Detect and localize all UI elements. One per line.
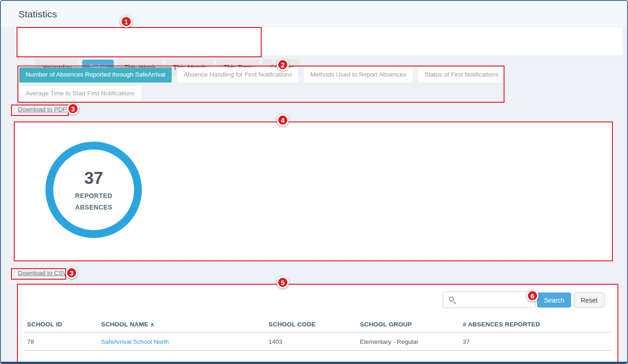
- tab-average-time[interactable]: Average Time to Start First Notification…: [19, 86, 141, 101]
- table-row-divider: [24, 350, 611, 351]
- download-to-pdf-link[interactable]: Download to PDF: [18, 106, 67, 113]
- donut-label-line2: ABSENCES: [75, 204, 112, 211]
- sort-ascending-icon: ∧: [150, 321, 154, 328]
- cell-school-id: 78: [27, 338, 34, 345]
- cell-absences-reported: 37: [463, 338, 470, 345]
- report-tabs-row-2: Average Time to Start First Notification…: [19, 86, 141, 101]
- reset-button[interactable]: Reset: [574, 292, 605, 308]
- column-header-school-id[interactable]: SCHOOL ID: [27, 321, 62, 328]
- period-filter-toolbar: Yesterday Today This Week This Month Thi…: [15, 27, 623, 56]
- cell-school-name-link[interactable]: SafeArrival School North: [101, 338, 169, 345]
- tab-number-of-absences[interactable]: Number of Absences Reported through Safe…: [19, 67, 172, 83]
- column-header-school-group[interactable]: SCHOOL GROUP: [360, 321, 412, 328]
- cell-school-group: Elementary - Regular: [360, 338, 419, 345]
- download-to-csv-link[interactable]: Download to CSV: [18, 270, 67, 276]
- reported-absences-donut-chart: 37 REPORTED ABSENCES: [45, 142, 142, 238]
- report-tabs-row-1: Number of Absences Reported through Safe…: [19, 67, 505, 83]
- annotation-number-3-pdf: 3: [67, 103, 79, 115]
- column-header-absences[interactable]: # ABSENCES REPORTED: [463, 321, 540, 328]
- page-title: Statistics: [18, 9, 57, 20]
- donut-label-line1: REPORTED: [75, 192, 112, 199]
- column-header-school-name[interactable]: SCHOOL NAME∧: [101, 321, 154, 328]
- cell-school-code: 1403: [269, 338, 282, 345]
- title-strip: [1, 1, 627, 27]
- donut-value: 37: [84, 169, 103, 188]
- statistics-page: Statistics Yesterday Today This Week Thi…: [0, 0, 628, 364]
- column-header-school-name-label: SCHOOL NAME: [101, 321, 148, 328]
- annotation-number-3-csv: 3: [66, 267, 78, 279]
- tab-methods-used[interactable]: Methods Used to Report Absences: [304, 67, 413, 83]
- search-input[interactable]: [443, 292, 536, 308]
- table-header-divider: [24, 332, 611, 332]
- search-icon: [449, 297, 456, 304]
- search-button[interactable]: Search: [537, 292, 571, 308]
- column-header-school-code[interactable]: SCHOOL CODE: [269, 321, 315, 328]
- tab-absence-handling[interactable]: Absence Handling for First Notifications: [177, 67, 298, 83]
- tab-status-first-notifications[interactable]: Status of First Notifications: [418, 67, 505, 83]
